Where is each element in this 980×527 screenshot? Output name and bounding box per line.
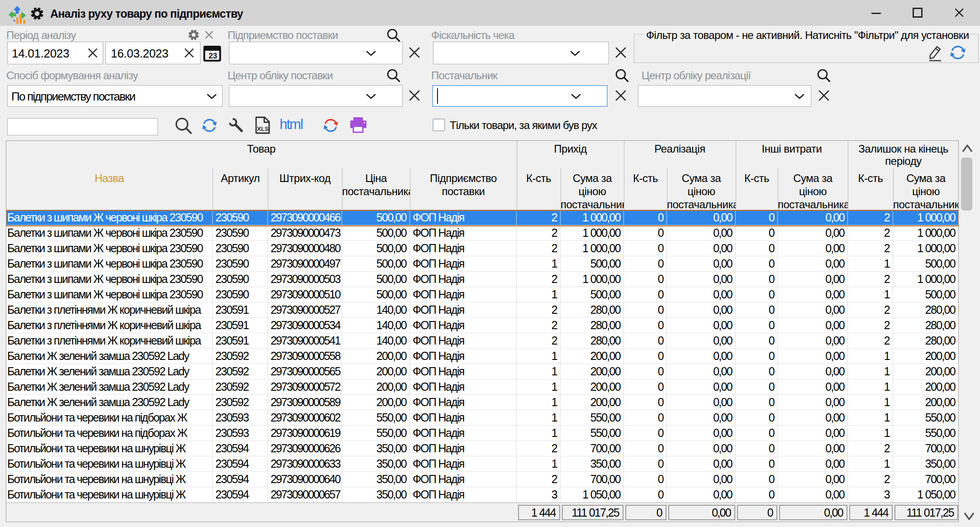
svg-text:23: 23 bbox=[209, 52, 217, 60]
svg-text:XLS: XLS bbox=[257, 125, 269, 132]
